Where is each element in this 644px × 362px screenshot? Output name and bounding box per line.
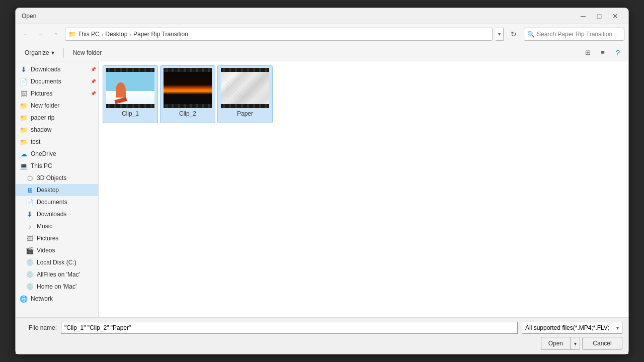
sidebar-item-shadow[interactable]: 📁 shadow — [16, 124, 98, 136]
sidebar-label-pictures: Pictures — [37, 235, 96, 242]
sidebar-label-music: Music — [37, 223, 96, 230]
sidebar-label-allfiles-mac: AllFiles on 'Mac' — [37, 271, 96, 278]
sidebar-label-local-disk: Local Disk (C:) — [37, 259, 96, 266]
title-bar-controls: ─ □ ✕ — [576, 11, 622, 22]
file-thumbnail-paper — [221, 68, 269, 108]
breadcrumb-thispc[interactable]: This PC — [78, 31, 100, 38]
sidebar-item-onedrive[interactable]: ☁ OneDrive — [16, 148, 98, 160]
pictures-icon2: 🖼 — [26, 234, 34, 242]
sidebar-item-music[interactable]: ♪ Music — [16, 220, 98, 232]
view-details-button[interactable]: ≡ — [596, 47, 609, 59]
sidebar-label-3dobjects: 3D Objects — [37, 174, 96, 182]
open-dropdown-arrow[interactable]: ▾ — [570, 337, 580, 350]
bottom-area: File name: All supported files(*.MP4;*.F… — [16, 317, 628, 354]
sidebar-label-downloads: Downloads — [37, 211, 96, 218]
sidebar-label-videos: Videos — [37, 247, 96, 254]
folder-icon-2: 📁 — [20, 114, 28, 122]
sidebar-item-documents[interactable]: 📄 Documents — [16, 196, 98, 208]
sidebar-item-documents-quick[interactable]: 📄 Documents 📌 — [16, 75, 98, 87]
clip2-preview — [164, 72, 212, 104]
sidebar-label-pictures-quick: Pictures — [31, 90, 88, 97]
onedrive-icon: ☁ — [20, 150, 28, 158]
sidebar-label-test: test — [31, 138, 96, 145]
breadcrumb-desktop[interactable]: Desktop — [105, 31, 127, 38]
file-thumbnail-clip1 — [106, 68, 154, 108]
sidebar-label-new-folder: New folder — [31, 102, 96, 109]
refresh-button[interactable]: ↻ — [507, 28, 521, 41]
filename-input[interactable] — [61, 322, 518, 334]
videos-icon: 🎬 — [26, 246, 34, 254]
film-strip-clip2 — [164, 68, 212, 108]
sidebar-item-local-disk[interactable]: 💿 Local Disk (C:) — [16, 256, 98, 268]
documents-icon2: 📄 — [26, 198, 34, 206]
open-button[interactable]: Open — [541, 337, 570, 350]
pin-icon3: 📌 — [91, 91, 96, 96]
network-icon: 🌐 — [20, 295, 28, 303]
filetype-arrow-icon: ▾ — [616, 325, 619, 331]
help-button[interactable]: ? — [611, 47, 624, 59]
sidebar-item-thispc[interactable]: 💻 This PC — [16, 160, 98, 172]
organize-arrow: ▾ — [51, 49, 54, 56]
minimize-button[interactable]: ─ — [576, 11, 590, 22]
file-item-paper[interactable]: Paper — [217, 65, 273, 123]
file-name-clip2: Clip_2 — [163, 110, 213, 117]
address-bar: ← → ↑ 📁 This PC › Desktop › Paper Rip Tr… — [16, 24, 628, 44]
folder-icon-3: 📁 — [20, 126, 28, 134]
view-large-icons-button[interactable]: ⊞ — [581, 47, 594, 59]
filetype-select[interactable]: All supported files(*.MP4;*.FLV; ▾ — [522, 322, 622, 334]
title-bar: Open ─ □ ✕ — [16, 8, 628, 24]
file-item-clip2[interactable]: Clip_2 — [160, 65, 215, 123]
sidebar-item-test[interactable]: 📁 test — [16, 136, 98, 148]
close-button[interactable]: ✕ — [608, 11, 622, 22]
breadcrumb-dropdown[interactable]: ▾ — [496, 28, 504, 41]
open-dialog: Open ─ □ ✕ ← → ↑ 📁 This PC › Desktop › P… — [15, 8, 629, 354]
downloads-icon2: ⬇ — [26, 210, 34, 218]
sidebar-item-network[interactable]: 🌐 Network — [16, 293, 98, 305]
home-mac-icon: 💿 — [26, 283, 34, 291]
new-folder-label: New folder — [73, 49, 102, 56]
maximize-button[interactable]: □ — [592, 11, 606, 22]
back-button[interactable]: ← — [20, 28, 32, 40]
file-item-clip1[interactable]: Clip_1 — [103, 65, 158, 123]
downloads-icon: ⬇ — [20, 65, 28, 73]
sidebar: ⬇ Downloads 📌 📄 Documents 📌 🖼 Pictures 📌… — [16, 61, 99, 317]
toolbar: Organize ▾ New folder ⊞ ≡ ? — [16, 44, 628, 61]
cancel-button[interactable]: Cancel — [582, 337, 622, 350]
documents-icon: 📄 — [20, 77, 28, 85]
music-icon: ♪ — [26, 222, 34, 230]
buttons-row: Open ▾ Cancel — [22, 337, 622, 350]
breadcrumb-sep1: › — [102, 31, 104, 37]
folder-icon-4: 📁 — [20, 138, 28, 146]
sidebar-item-videos[interactable]: 🎬 Videos — [16, 244, 98, 256]
sidebar-item-allfiles-mac[interactable]: 💿 AllFiles on 'Mac' — [16, 268, 98, 281]
breadcrumb-folder-icon: 📁 — [68, 31, 76, 38]
sidebar-item-downloads-quick[interactable]: ⬇ Downloads 📌 — [16, 63, 98, 75]
file-name-clip1: Clip_1 — [105, 110, 155, 117]
breadcrumb[interactable]: 📁 This PC › Desktop › Paper Rip Transiti… — [65, 28, 493, 41]
sidebar-item-home-mac[interactable]: 💿 Home on 'Mac' — [16, 281, 98, 293]
search-icon: 🔍 — [527, 31, 535, 38]
file-name-paper: Paper — [220, 110, 270, 117]
new-folder-button[interactable]: New folder — [68, 47, 107, 59]
sidebar-item-new-folder[interactable]: 📁 New folder — [16, 100, 98, 112]
forward-button[interactable]: → — [35, 28, 47, 40]
sidebar-item-downloads[interactable]: ⬇ Downloads — [16, 208, 98, 220]
sidebar-item-3dobjects[interactable]: ⬡ 3D Objects — [16, 172, 98, 184]
open-button-group: Open ▾ — [541, 337, 580, 350]
film-strip-clip1 — [106, 68, 154, 108]
up-button[interactable]: ↑ — [50, 28, 62, 40]
search-input[interactable] — [537, 31, 621, 38]
sidebar-item-pictures-quick[interactable]: 🖼 Pictures 📌 — [16, 87, 98, 100]
organize-button[interactable]: Organize ▾ — [20, 47, 59, 59]
sidebar-label-home-mac: Home on 'Mac' — [37, 283, 96, 290]
sidebar-item-paper-rip[interactable]: 📁 paper rip — [16, 112, 98, 124]
search-box[interactable]: 🔍 — [524, 28, 624, 41]
breadcrumb-current[interactable]: Paper Rip Transition — [133, 31, 188, 38]
sidebar-item-pictures[interactable]: 🖼 Pictures — [16, 232, 98, 244]
sidebar-label-paper-rip: paper rip — [31, 114, 96, 121]
clip1-preview — [106, 72, 154, 104]
organize-label: Organize — [25, 49, 49, 56]
sidebar-item-desktop[interactable]: 🖥 Desktop — [16, 184, 98, 196]
disk-icon: 💿 — [26, 258, 34, 266]
thispc-icon: 💻 — [20, 162, 28, 170]
